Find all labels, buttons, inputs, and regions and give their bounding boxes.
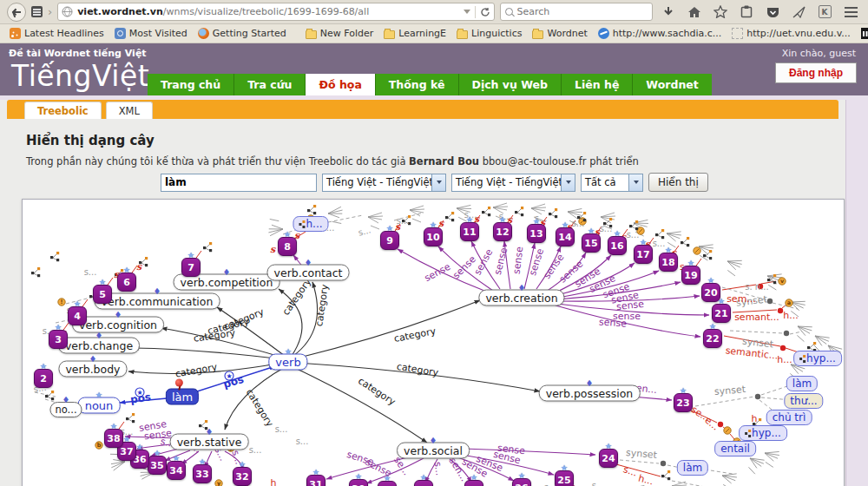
- tab-xml[interactable]: XML: [106, 102, 153, 119]
- nav-item-tra-cuu[interactable]: Tra cứu: [233, 74, 305, 95]
- sense-node-21[interactable]: ★21: [712, 304, 731, 323]
- sense-node-18[interactable]: ★18: [659, 253, 678, 272]
- sense-node-25[interactable]: ★25: [555, 470, 574, 486]
- sense-node-29[interactable]: ★29: [378, 481, 397, 486]
- nav-item-o-hoa[interactable]: Đồ họa: [305, 74, 374, 95]
- node-no[interactable]: ♦no...: [49, 402, 82, 417]
- sense-node-9[interactable]: ★9: [380, 231, 399, 250]
- node-verb-contact[interactable]: ♦verb.contact: [267, 265, 350, 281]
- bookmark-item-wordnet[interactable]: Wordnet: [528, 26, 591, 41]
- nav-item-dich-vu-web[interactable]: Dịch vụ Web: [458, 74, 562, 95]
- url-text[interactable]: viet.wordnet.vn/wnms/visualize/treebolic…: [77, 6, 458, 17]
- url-bar[interactable]: viet.wordnet.vn/wnms/visualize/treebolic…: [57, 3, 494, 21]
- sense-node-5[interactable]: ★5: [93, 285, 112, 304]
- nav-item-thong-ke[interactable]: Thống kê: [375, 74, 458, 95]
- nav-item-wordnet[interactable]: Wordnet: [632, 74, 711, 95]
- sense-node-22[interactable]: ★22: [703, 329, 722, 348]
- node-lam-selected[interactable]: làm: [166, 389, 199, 405]
- bookmark-item-linguictics[interactable]: Linguictics: [452, 26, 526, 41]
- node-lam-2[interactable]: làm: [677, 460, 708, 476]
- sense-node-34[interactable]: ★34: [167, 461, 186, 480]
- back-button[interactable]: [7, 3, 26, 22]
- sense-node-27[interactable]: ★27: [464, 480, 483, 486]
- node-number: 7: [187, 262, 194, 273]
- node-chu-tri[interactable]: chủ trì: [766, 410, 812, 425]
- treebolic-canvas[interactable]: vabyy!★★ categorycategorycategorycategor…: [22, 199, 845, 486]
- sense-node-7[interactable]: ★7: [181, 258, 201, 277]
- sense-node-30[interactable]: ★30: [349, 479, 368, 486]
- sense-node-26[interactable]: ★26: [512, 478, 531, 486]
- sense-node-4[interactable]: ★4: [68, 306, 87, 325]
- node-verb-social[interactable]: ♦verb.social: [397, 443, 470, 459]
- query-input[interactable]: [161, 174, 317, 192]
- sense-node-17[interactable]: ★17: [634, 245, 653, 264]
- show-button[interactable]: Hiển thị: [648, 173, 708, 192]
- login-button[interactable]: Đăng nhập: [775, 62, 857, 83]
- node-lam-1[interactable]: làm: [786, 376, 818, 391]
- sense-node-35[interactable]: ★35: [148, 456, 167, 475]
- bookmark-item-http-uet-vnu-edu-v[interactable]: http://uet.vnu.edu.v...: [727, 26, 855, 41]
- sense-node-6[interactable]: ★6: [117, 273, 136, 292]
- sense-node-38[interactable]: ★38: [104, 429, 123, 448]
- node-hyp-2[interactable]: hyp...: [739, 425, 787, 441]
- download-button[interactable]: [658, 2, 679, 23]
- nav-item-trang-chu[interactable]: Trang chủ: [148, 74, 233, 95]
- node-verb-possession[interactable]: ♦verb.possession: [539, 385, 641, 402]
- tab-treebolic[interactable]: Treebolic: [24, 102, 102, 119]
- menu-button[interactable]: [840, 2, 861, 23]
- filter-select-1[interactable]: Tiếng Việt - TiếngViệt: [322, 174, 446, 192]
- bookmark-label: Latest Headlines: [24, 28, 104, 39]
- sense-node-23[interactable]: ★23: [674, 393, 693, 412]
- site-logo[interactable]: TiếngViệt: [11, 59, 149, 93]
- sense-node-8[interactable]: ★8: [278, 237, 297, 256]
- home-button[interactable]: [684, 2, 705, 23]
- reload-icon[interactable]: [480, 7, 490, 17]
- filter-select-3[interactable]: Tất cả: [581, 174, 643, 192]
- url-dropdown-icon[interactable]: [464, 10, 470, 14]
- sense-node-12[interactable]: ★12: [493, 222, 512, 241]
- node-entail[interactable]: entail: [714, 441, 756, 456]
- node-verb-creation[interactable]: ♦verb.creation: [478, 290, 564, 306]
- sense-node-33[interactable]: ★33: [193, 464, 212, 483]
- bookmark-item-learninge[interactable]: LearningE: [379, 26, 450, 41]
- sense-node-16[interactable]: ★16: [608, 236, 627, 255]
- node-verb-body[interactable]: ♦verb.body: [58, 361, 127, 378]
- node-noun[interactable]: ★noun: [78, 397, 121, 414]
- sense-node-32[interactable]: ★32: [233, 467, 252, 486]
- sense-node-15[interactable]: ★15: [582, 233, 601, 253]
- sense-node-2[interactable]: ★2: [34, 369, 53, 388]
- sense-node-3[interactable]: ★3: [49, 330, 68, 349]
- bookmark-item-http-www-sachdia-c[interactable]: http://www.sachdia.c...: [594, 26, 726, 41]
- bookmarks-menu-button[interactable]: [736, 2, 757, 23]
- bookmark-item-getting-started[interactable]: Getting Started: [194, 26, 291, 41]
- search-input[interactable]: [517, 6, 621, 17]
- share-button[interactable]: [788, 2, 809, 23]
- node-hyp-1[interactable]: hyp...: [793, 351, 842, 366]
- node-verb-change[interactable]: ♦verb.change: [58, 338, 140, 354]
- sense-node-24[interactable]: ★24: [599, 449, 618, 468]
- bookmark-star-button[interactable]: [710, 2, 731, 23]
- sense-node-13[interactable]: ★13: [527, 224, 546, 243]
- bookmark-item-most-visited[interactable]: Most Visited: [110, 26, 192, 41]
- node-thu[interactable]: thư...: [784, 393, 823, 409]
- node-verb-communication[interactable]: ♦verb.communication: [95, 293, 220, 310]
- sense-node-14[interactable]: ★14: [556, 227, 575, 246]
- star-icon: ★: [312, 469, 319, 476]
- sense-node-10[interactable]: ★10: [424, 227, 443, 246]
- node-h-top[interactable]: h...: [293, 216, 328, 232]
- sense-node-28[interactable]: ★28: [414, 480, 433, 486]
- search-bar[interactable]: [500, 3, 653, 21]
- k-extension-button[interactable]: K: [814, 2, 835, 23]
- bookmark-item-latest-headlines[interactable]: Latest Headlines: [5, 26, 108, 41]
- sense-node-11[interactable]: ★11: [460, 222, 479, 241]
- sense-node-31[interactable]: ★31: [306, 475, 326, 486]
- bookmark-item-new-folder[interactable]: New Folder: [301, 26, 378, 41]
- filter-select-2[interactable]: Tiếng Việt - TiếngViệt: [451, 174, 575, 192]
- nav-item-lien-he[interactable]: Liên hệ: [561, 74, 632, 95]
- pocket-button[interactable]: [762, 2, 783, 23]
- node-number: 20: [704, 287, 717, 299]
- node-verb[interactable]: ★verb: [268, 354, 307, 371]
- sense-node-19[interactable]: ★19: [681, 266, 700, 285]
- node-verb-stative[interactable]: ♦verb.stative: [170, 434, 249, 450]
- bookmark-item-https-archive-org-d[interactable]: https://archive.org/d...: [857, 26, 868, 41]
